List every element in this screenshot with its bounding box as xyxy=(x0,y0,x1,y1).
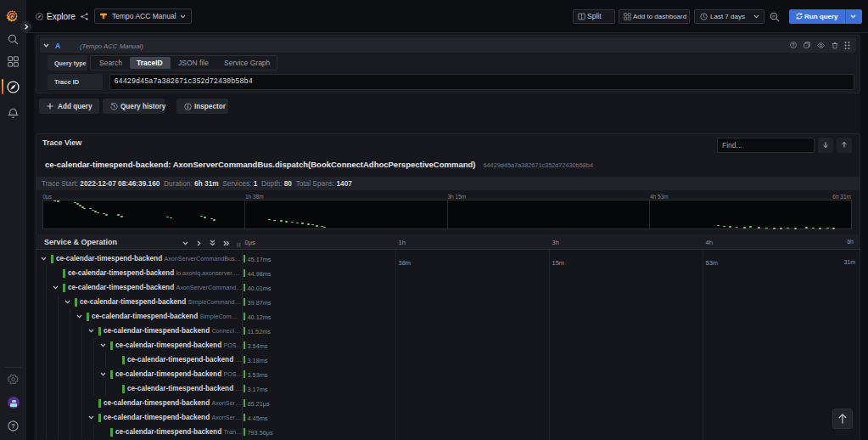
svg-text:?: ? xyxy=(792,43,795,48)
svg-text:?: ? xyxy=(11,422,15,430)
